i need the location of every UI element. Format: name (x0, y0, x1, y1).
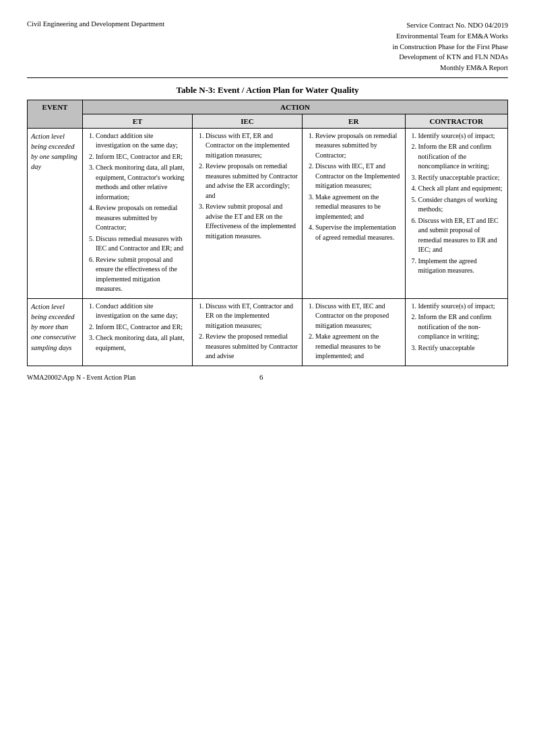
iec-cell: Discuss with ET, Contractor and ER on th… (193, 298, 303, 366)
header-line2: Environmental Team for EM&A Works (393, 31, 509, 42)
list-item: Review proposals on remedial measures su… (206, 162, 298, 201)
list-item: Check monitoring data, all plant, equipm… (96, 163, 189, 202)
header-divider (27, 77, 508, 78)
er-cell: Discuss with ET, IEC and Contractor on t… (303, 298, 405, 366)
header-line5: Monthly EM&A Report (393, 63, 509, 73)
header-line4: Development of KTN and FLN NDAs (393, 52, 509, 63)
list-item: Inform the ER and confirm notification o… (418, 312, 505, 342)
action-col-header: ACTION (83, 100, 508, 114)
sub-header-row: ET IEC ER CONTRACTOR (28, 114, 508, 128)
et-cell: Conduct addition site investigation on t… (83, 298, 193, 366)
list-item: Discuss with IEC, ET and Contractor on t… (315, 162, 401, 191)
main-table: EVENT ACTION ET IEC ER CONTRACTOR Action… (27, 100, 508, 366)
table-row: Action level being exceeded by one sampl… (28, 128, 508, 298)
list-item: Check all plant and equipment; (418, 184, 505, 194)
event-col-header: EVENT (28, 100, 83, 128)
list-item: Rectify unacceptable (418, 343, 505, 353)
col-header-row: EVENT ACTION (28, 100, 508, 114)
list-item: Inform the ER and confirm notification o… (418, 142, 505, 172)
list-item: Conduct addition site investigation on t… (96, 302, 189, 321)
list-item: Review proposals on remedial measures su… (96, 203, 189, 233)
event-cell: Action level being exceeded by one sampl… (28, 128, 83, 298)
table-row: Action level being exceeded by more than… (28, 298, 508, 366)
list-item: Discuss with ET, IEC and Contractor on t… (315, 302, 401, 331)
org-name: Civil Engineering and Development Depart… (27, 20, 164, 28)
list-item: Discuss with ER, ET and IEC and submit p… (418, 216, 505, 255)
list-item: Conduct addition site investigation on t… (96, 131, 189, 151)
list-item: Discuss remedial measures with IEC and C… (96, 234, 189, 254)
list-item: Check monitoring data, all plant, equipm… (96, 333, 189, 353)
list-item: Identify source(s) of impact; (418, 302, 505, 312)
list-item: Review submit proposal and ensure the ef… (96, 255, 189, 294)
table-title: Table N-3: Event / Action Plan for Water… (27, 85, 508, 96)
footer-filename: WMA20002\App N - Event Action Plan (27, 374, 135, 381)
list-item: Inform IEC, Contractor and ER; (96, 322, 189, 333)
event-cell: Action level being exceeded by more than… (28, 298, 83, 366)
page-header: Civil Engineering and Development Depart… (27, 20, 508, 73)
header-right: Service Contract No. NDO 04/2019 Environ… (393, 20, 509, 73)
list-item: Discuss with ET, ER and Contractor on th… (206, 131, 298, 161)
page-footer: WMA20002\App N - Event Action Plan 6 (27, 373, 508, 381)
list-item: Review proposals on remedial measures su… (315, 131, 401, 161)
list-item: Inform IEC, Contractor and ER; (96, 152, 189, 162)
header-left: Civil Engineering and Development Depart… (27, 20, 164, 28)
page-number: 6 (135, 373, 387, 381)
list-item: Make agreement on the remedial measures … (315, 332, 401, 362)
er-cell: Review proposals on remedial measures su… (303, 128, 405, 298)
list-item: Make agreement on the remedial measures … (315, 193, 401, 222)
list-item: Consider changes of working methods; (418, 195, 505, 215)
iec-header: IEC (193, 114, 303, 128)
list-item: Supervise the implementation of agreed r… (315, 223, 401, 242)
contractor-header: CONTRACTOR (405, 114, 508, 128)
et-cell: Conduct addition site investigation on t… (83, 128, 193, 298)
contractor-cell: Identify source(s) of impact;Inform the … (405, 128, 508, 298)
list-item: Identify source(s) of impact; (418, 131, 505, 141)
contract-no: Service Contract No. NDO 04/2019 (393, 20, 509, 31)
contractor-cell: Identify source(s) of impact;Inform the … (405, 298, 508, 366)
et-header: ET (83, 114, 193, 128)
list-item: Review the proposed remedial measures su… (206, 332, 298, 362)
list-item: Review submit proposal and advise the ET… (206, 202, 298, 241)
header-line3: in Construction Phase for the First Phas… (393, 42, 509, 53)
er-header: ER (303, 114, 405, 128)
list-item: Discuss with ET, Contractor and ER on th… (206, 302, 298, 331)
list-item: Implement the agreed mitigation measures… (418, 256, 505, 276)
list-item: Rectify unacceptable practice; (418, 173, 505, 183)
iec-cell: Discuss with ET, ER and Contractor on th… (193, 128, 303, 298)
